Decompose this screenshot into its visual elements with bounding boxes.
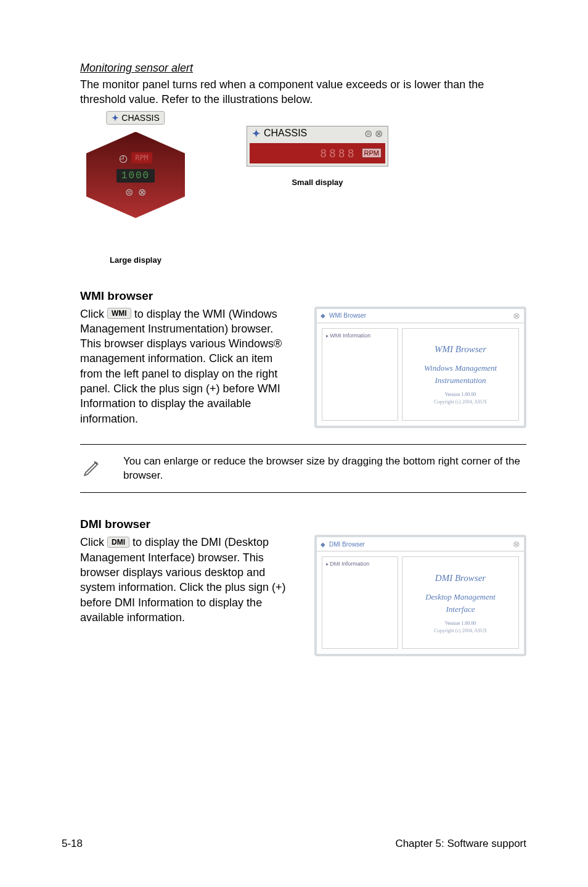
chassis-large-display: ✦ CHASSIS ◴ RPM 1000 ⊜ ⊗ Large display: [80, 113, 191, 265]
dmi-copyright: Copyright (c) 2004, ASUS: [434, 627, 486, 635]
dmi-body-prefix: Click: [80, 536, 107, 548]
dmi-content-sub2: Interface: [446, 603, 475, 616]
dmi-content-sub1: Desktop Management: [425, 591, 496, 603]
caption-small: Small display: [247, 178, 388, 187]
dmi-tree-root[interactable]: DMI Information: [326, 561, 394, 567]
wmi-body: Click WMI to display the WMI (Windows Ma…: [80, 307, 296, 426]
wmi-body-prefix: Click: [80, 308, 107, 320]
chassis-label-small: CHASSIS: [264, 128, 307, 139]
close-icon: ⊗: [138, 186, 146, 198]
wmi-window: ◆ WMI Browser ⊗ WMI Information WMI Brow…: [314, 307, 526, 428]
pencil-icon: [80, 455, 105, 478]
wmi-heading: WMI browser: [80, 289, 526, 303]
dmi-window: ◆ DMI Browser ⊗ DMI Information DMI Brow…: [314, 535, 526, 656]
dmi-window-title: DMI Browser: [329, 541, 365, 548]
dmi-content-title: DMI Browser: [435, 571, 486, 585]
dmi-heading: DMI browser: [80, 518, 526, 531]
dmi-inline-button[interactable]: DMI: [107, 537, 129, 548]
caption-large: Large display: [80, 255, 191, 265]
fan-icon-small: ✦: [252, 128, 260, 139]
wmi-tree-root[interactable]: WMI Information: [326, 332, 394, 339]
wmi-content: WMI Browser Windows Management Instrumen…: [402, 328, 519, 421]
settings-icon: ⊜: [125, 186, 133, 198]
wmi-copyright: Copyright (c) 2004, ASUS: [434, 398, 486, 406]
rpm-digits-small: 8888: [320, 147, 356, 160]
footer-chapter: Chapter 5: Software support: [395, 838, 526, 850]
wmi-window-title: WMI Browser: [329, 312, 366, 319]
chassis-label-text: CHASSIS: [121, 113, 159, 123]
note-text: You can enlarge or reduce the browser si…: [123, 455, 526, 483]
dmi-body-suffix: to display the DMI (Desktop Management I…: [80, 536, 286, 623]
settings-icon-small: ⊜: [364, 128, 372, 139]
dmi-close-icon[interactable]: ⊗: [513, 539, 520, 549]
chassis-label-badge: ✦ CHASSIS: [106, 111, 165, 125]
digital-readout: 1000: [116, 169, 155, 183]
dmi-content: DMI Browser Desktop Management Interface…: [402, 556, 519, 649]
wmi-close-icon[interactable]: ⊗: [513, 311, 520, 321]
note-box: You can enlarge or reduce the browser si…: [80, 444, 526, 493]
wmi-window-icon: ◆: [321, 312, 325, 319]
wmi-version: Version 1.00.00: [445, 391, 476, 398]
fan-icon: ✦: [112, 113, 119, 123]
wmi-content-title: WMI Browser: [435, 342, 486, 357]
wmi-content-sub2: Instrumentation: [435, 374, 486, 387]
fan-blade-icon: ◴: [119, 152, 128, 164]
wmi-body-suffix: to display the WMI (Windows Management I…: [80, 308, 282, 425]
alert-heading: Monitoring sensor alert: [80, 62, 526, 75]
rpm-tag-large: RPM: [131, 152, 152, 163]
chassis-small-display: ✦ CHASSIS ⊜ ⊗ 8888 RPM Small display: [247, 126, 388, 187]
hexagon-panel: ◴ RPM 1000 ⊜ ⊗: [86, 132, 185, 218]
wmi-content-sub1: Windows Management: [424, 362, 497, 374]
dmi-version: Version 1.00.00: [445, 620, 476, 627]
dmi-tree[interactable]: DMI Information: [322, 556, 398, 649]
rpm-label-small: RPM: [362, 148, 382, 158]
dmi-body: Click DMI to display the DMI (Desktop Ma…: [80, 535, 296, 625]
dmi-window-icon: ◆: [321, 541, 325, 548]
alert-body: The monitor panel turns red when a compo…: [80, 77, 526, 107]
footer-page-number: 5-18: [62, 838, 83, 850]
wmi-inline-button[interactable]: WMI: [107, 308, 131, 319]
close-icon-small: ⊗: [375, 128, 383, 139]
wmi-tree[interactable]: WMI Information: [322, 328, 398, 421]
